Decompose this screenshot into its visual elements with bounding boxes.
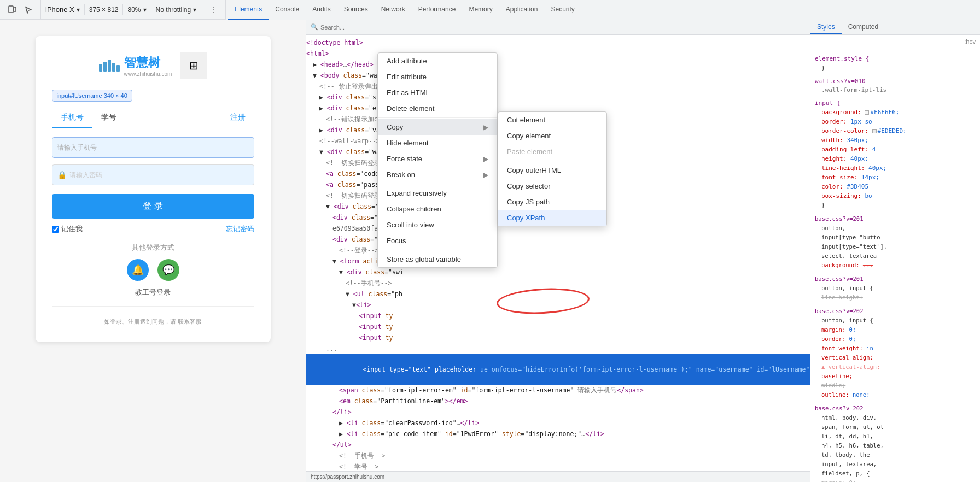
device-info: iPhone X ▾ 375 × 812 80% ▾ No throttling…: [41, 0, 226, 20]
tab-audits[interactable]: Audits: [306, 0, 337, 20]
copy-outer-html[interactable]: Copy outerHTML: [498, 162, 606, 178]
context-focus[interactable]: Focus: [378, 233, 497, 249]
context-edit-html[interactable]: Edit as HTML: [378, 85, 497, 101]
base-css-section1: base.css?v=201 button, input[type="butto…: [815, 214, 976, 270]
wall-css-section: wall.css?v=010 .wall-form-ipt-lis: [815, 77, 976, 95]
context-delete-element[interactable]: Delete element: [378, 101, 497, 116]
tab-elements[interactable]: Elements: [228, 0, 269, 20]
separator4: [201, 4, 201, 15]
styles-tab-styles[interactable]: Styles: [810, 20, 842, 34]
device-toolbar-toggle[interactable]: [4, 2, 20, 17]
context-collapse[interactable]: Collapse children: [378, 201, 497, 217]
zoom-level: 80%: [127, 6, 141, 14]
copy-submenu: Cut element Copy element Paste element C…: [498, 111, 607, 226]
context-add-attribute[interactable]: Add attribute: [378, 53, 497, 69]
elements-search-input[interactable]: [320, 24, 386, 31]
register-link[interactable]: 注册: [221, 108, 254, 128]
separator2: [122, 4, 123, 15]
password-input-group: 🔒 请输入密码: [52, 164, 254, 185]
copy-selector[interactable]: Copy selector: [498, 178, 606, 194]
options-row: 记住我 忘记密码: [52, 224, 254, 234]
styles-content[interactable]: element.style { } wall.css?v=010 .wall-f…: [810, 48, 980, 482]
style-filter-input[interactable]: [815, 38, 964, 45]
base-css-section3: base.css?v=202 button, input { margin: 0…: [815, 307, 976, 399]
context-copy[interactable]: Copy ▶: [378, 119, 497, 135]
html-line: <!--学号-->: [306, 461, 810, 471]
phone-placeholder: 请输入手机号: [56, 142, 98, 154]
copy-xpath[interactable]: Copy XPath: [498, 210, 606, 226]
elements-toolbar: 🔍: [306, 20, 810, 35]
styles-tabs: Styles Computed: [810, 20, 980, 35]
login-button[interactable]: 登 录: [52, 194, 254, 219]
logo-area: 智慧树 www.zhihuishu.com ⊞: [52, 52, 254, 79]
base-css-section2: base.css?v=201 button, input { line-heig…: [815, 274, 976, 302]
context-store-global[interactable]: Store as global variable: [378, 251, 497, 267]
tab-security[interactable]: Security: [544, 0, 581, 20]
html-line: <em class="PartitionLine-em"></em>: [306, 396, 810, 407]
html-line: <!doctype html>: [306, 37, 810, 48]
html-line: <!--手机号-->: [306, 278, 810, 289]
context-break-on[interactable]: Break on ▶: [378, 167, 497, 183]
status-url: https://passport.zhihuishu.com: [311, 474, 384, 480]
html-line: ...: [306, 343, 810, 354]
html-line: ▶ <li class="clearPassword-ico"…</li>: [306, 418, 810, 428]
logo-text: 智慧树: [124, 55, 172, 71]
footer-text: 如登录、注册遇到问题，请 联系客服: [52, 318, 254, 326]
webpage-content: 智慧树 www.zhihuishu.com ⊞ input#lUsername …: [0, 20, 306, 482]
copy-arrow: ▶: [483, 124, 488, 131]
html-line: ▼ <ul class="ph: [306, 289, 810, 299]
html-line: ▶ <li class="pic-code-item" id="1PwdErro…: [306, 428, 810, 439]
tab-sources[interactable]: Sources: [337, 0, 375, 20]
tab-phone[interactable]: 手机号: [52, 108, 92, 128]
copy-cut-element[interactable]: Cut element: [498, 112, 606, 128]
html-line-selected[interactable]: <input type="text" placeholder ue onfocu…: [306, 354, 810, 385]
bell-icon[interactable]: 🔔: [127, 259, 149, 281]
separator3: [151, 4, 151, 15]
html-line: </li>: [306, 407, 810, 418]
separator: [84, 4, 85, 15]
context-force-state[interactable]: Force state ▶: [378, 151, 497, 167]
break-on-arrow: ▶: [483, 171, 488, 179]
throttling: No throttling: [156, 6, 191, 14]
tab-memory[interactable]: Memory: [462, 0, 499, 20]
html-line: ▼<li>: [306, 299, 810, 310]
styles-tab-computed[interactable]: Computed: [842, 20, 885, 34]
tab-console[interactable]: Console: [269, 0, 306, 20]
element-style-selector: element.style {: [815, 55, 869, 62]
more-options-btn[interactable]: ⋮: [206, 2, 221, 17]
input-rules-section: input { background: #F6F6F6; border: 1px…: [815, 99, 976, 210]
svg-rect-0: [9, 6, 13, 13]
page-statusbar: https://passport.zhihuishu.com: [306, 471, 810, 482]
forgot-password-link[interactable]: 忘记密码: [226, 224, 254, 234]
submenu-divider: [498, 161, 606, 161]
remember-checkbox[interactable]: [52, 226, 59, 233]
password-placeholder: 请输入密码: [69, 171, 102, 180]
copy-js-path[interactable]: Copy JS path: [498, 194, 606, 210]
context-edit-attribute[interactable]: Edit attribute: [378, 69, 497, 85]
device-toolbar: iPhone X ▾ 375 × 812 80% ▾ No throttling…: [0, 0, 980, 20]
element-highlight-label: input#lUsername 340 × 40: [52, 90, 132, 102]
inspect-element-toggle[interactable]: [21, 2, 36, 17]
context-scroll[interactable]: Scroll into view: [378, 217, 497, 233]
tab-network[interactable]: Network: [375, 0, 412, 20]
qr-code: ⊞: [180, 52, 207, 79]
html-line: <input ty: [306, 310, 810, 321]
webpage-panel: 智慧树 www.zhihuishu.com ⊞ input#lUsername …: [0, 20, 306, 482]
login-tabs: 手机号 学号 注册: [52, 108, 254, 128]
devtools-tabs: Elements Console Audits Sources Network …: [226, 0, 980, 20]
login-box: 智慧树 www.zhihuishu.com ⊞ input#lUsername …: [36, 36, 271, 342]
copy-paste-element: Paste element: [498, 144, 606, 160]
staff-login-link[interactable]: 教工号登录: [52, 287, 254, 297]
menu-divider2: [378, 184, 497, 184]
wechat-icon[interactable]: 💬: [158, 259, 179, 281]
elements-panel: 🔍 <!doctype html> <html> ▶ <head>…</head…: [306, 20, 810, 482]
device-name: iPhone X: [45, 5, 74, 14]
menu-divider: [378, 117, 497, 118]
copy-copy-element[interactable]: Copy element: [498, 128, 606, 144]
context-hide-element[interactable]: Hide element: [378, 135, 497, 151]
tab-student[interactable]: 学号: [92, 108, 125, 128]
html-line: <span class="form-ipt-error-em" id="form…: [306, 385, 810, 396]
tab-application[interactable]: Application: [499, 0, 545, 20]
tab-performance[interactable]: Performance: [412, 0, 463, 20]
context-expand[interactable]: Expand recursively: [378, 185, 497, 201]
